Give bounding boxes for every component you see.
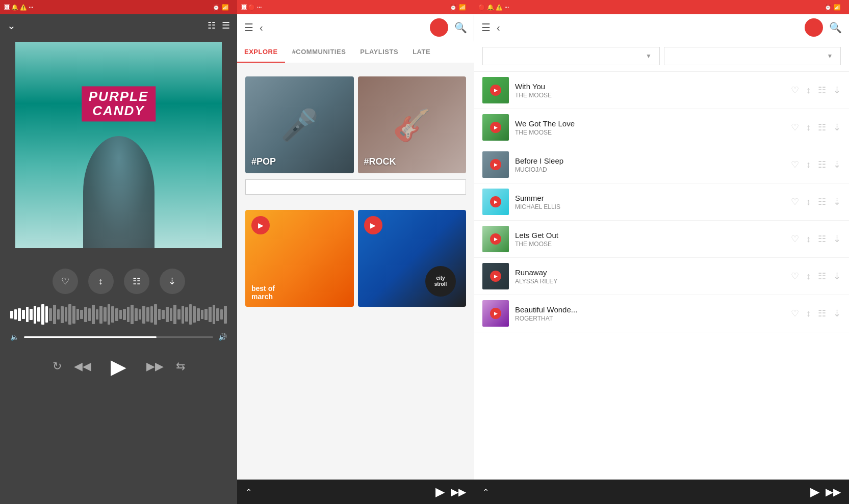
mini-play-button-p2[interactable]: ▶ xyxy=(435,485,445,499)
download-icon-7[interactable]: ⇣ xyxy=(833,308,841,319)
track-row[interactable]: ▶ Lets Get Out THE MOOSE ♡ ↕ ☷ ⇣ xyxy=(474,221,849,258)
shuffle-icon[interactable]: ⇆ xyxy=(176,360,185,373)
community-card-pop[interactable]: 🎤 #POP xyxy=(245,76,354,173)
mini-play-button-p3[interactable]: ▶ xyxy=(810,485,819,499)
download-icon-6[interactable]: ⇣ xyxy=(833,271,841,282)
queue-icon-7[interactable]: ☷ xyxy=(818,308,826,319)
queue-icon-5[interactable]: ☷ xyxy=(818,233,826,245)
like-icon-3[interactable]: ♡ xyxy=(791,159,799,170)
track-title-3: Before I Sleep xyxy=(515,156,785,165)
download-icon-4[interactable]: ⇣ xyxy=(833,196,841,207)
volume-fill xyxy=(24,336,157,338)
share-icon-4[interactable]: ↕ xyxy=(806,197,811,207)
next-button[interactable]: ▶▶ xyxy=(146,360,164,373)
avatar-p3[interactable] xyxy=(805,18,823,37)
chevron-down-icon[interactable]: ⌄ xyxy=(7,19,16,32)
status-right-panel3: ⏰ 📶 xyxy=(825,4,845,11)
menu-icon[interactable]: ☰ xyxy=(222,20,230,31)
track-row[interactable]: ▶ We Got The Love THE MOOSE ♡ ↕ ☷ ⇣ xyxy=(474,109,849,146)
search-icon-p3[interactable]: 🔍 xyxy=(829,21,842,34)
like-button[interactable]: ♡ xyxy=(53,269,78,294)
track-artist-6: ALYSSA RILEY xyxy=(515,278,785,285)
filter-best-of[interactable]: ▼ xyxy=(482,47,660,65)
download-icon-2[interactable]: ⇣ xyxy=(833,122,841,133)
playlist-label-1: best ofmarch xyxy=(251,284,275,301)
playlist-button[interactable]: ☷ xyxy=(124,269,149,294)
mini-next-button-p3[interactable]: ▶▶ xyxy=(826,486,841,498)
filter-all-genres[interactable]: ▼ xyxy=(664,47,841,65)
share-icon-2[interactable]: ↕ xyxy=(806,122,811,133)
track-actions-7: ♡ ↕ ☷ ⇣ xyxy=(791,308,841,319)
track-meta-1: With You THE MOOSE xyxy=(515,82,785,99)
queue-icon-3[interactable]: ☷ xyxy=(818,159,826,170)
download-icon-5[interactable]: ⇣ xyxy=(833,233,841,245)
queue-icon-1[interactable]: ☷ xyxy=(818,85,826,96)
tab-communities[interactable]: #COMMUNITIES xyxy=(285,41,353,63)
album-title-line1: PURPLE xyxy=(89,89,148,104)
like-icon-7[interactable]: ♡ xyxy=(791,308,799,319)
queue-icon-2[interactable]: ☷ xyxy=(818,122,826,133)
playlist-card-1[interactable]: ▶ best ofmarch xyxy=(245,210,354,307)
share-icon-1[interactable]: ↕ xyxy=(806,85,811,96)
track-artist-3: MUCIOJAD xyxy=(515,166,785,173)
playlist-play-icon-1[interactable]: ▶ xyxy=(251,216,270,234)
like-icon-1[interactable]: ♡ xyxy=(791,85,799,96)
tab-late[interactable]: LATE xyxy=(405,41,438,63)
explore-panel: 🖼 🔴 ··· ⏰ 📶 ☰ ‹ 🔍 EXPLORE #COMMUNITIES P… xyxy=(237,0,474,504)
track-list: ▶ With You THE MOOSE ♡ ↕ ☷ ⇣ ▶ We G xyxy=(474,72,849,480)
track-title-7: Beautiful Wonde... xyxy=(515,305,785,314)
repeat-icon[interactable]: ↻ xyxy=(53,360,62,373)
player-header-icons: ☷ ☰ xyxy=(208,20,230,31)
community-card-rock[interactable]: 🎸 #ROCK xyxy=(358,76,467,173)
tab-explore[interactable]: EXPLORE xyxy=(237,41,285,63)
share-icon-3[interactable]: ↕ xyxy=(806,160,811,170)
hamburger-icon-p3[interactable]: ☰ xyxy=(481,21,491,34)
thumb-bg-7: ▶ xyxy=(482,300,509,327)
prev-button[interactable]: ◀◀ xyxy=(74,360,91,373)
mini-chevron-up-icon[interactable]: ⌃ xyxy=(245,487,252,497)
status-bar-panel3: 🔴 🔔 ⚠️ ··· ⏰ 📶 xyxy=(474,0,849,14)
hamburger-icon[interactable]: ☰ xyxy=(244,21,253,34)
queue-icon-4[interactable]: ☷ xyxy=(818,196,826,207)
download-icon-1[interactable]: ⇣ xyxy=(833,85,841,96)
mini-chevron-up-icon-p3[interactable]: ⌃ xyxy=(482,487,489,497)
explore-header: ☰ ‹ 🔍 xyxy=(237,14,474,41)
mini-next-button-p2[interactable]: ▶▶ xyxy=(451,486,466,498)
avatar[interactable] xyxy=(430,18,448,37)
track-row[interactable]: ▶ Beautiful Wonde... ROGERTHAT ♡ ↕ ☷ ⇣ xyxy=(474,295,849,332)
action-buttons: ♡ ↕ ☷ ⇣ xyxy=(0,262,237,300)
alarm-icon: ⏰ xyxy=(213,4,220,11)
search-icon-p2[interactable]: 🔍 xyxy=(454,21,467,34)
volume-slider[interactable] xyxy=(24,336,213,338)
back-icon-p3[interactable]: ‹ xyxy=(497,22,500,34)
queue-icon[interactable]: ☷ xyxy=(208,20,216,31)
download-icon-3[interactable]: ⇣ xyxy=(833,159,841,170)
back-icon[interactable]: ‹ xyxy=(260,22,263,34)
track-row[interactable]: ▶ Before I Sleep MUCIOJAD ♡ ↕ ☷ ⇣ xyxy=(474,146,849,183)
like-icon-4[interactable]: ♡ xyxy=(791,196,799,207)
playlist-card-2[interactable]: ▶ citystroll xyxy=(358,210,467,307)
tab-playlists[interactable]: PLAYLISTS xyxy=(353,41,405,63)
track-row[interactable]: ▶ Summer MICHAEL ELLIS ♡ ↕ ☷ ⇣ xyxy=(474,183,849,221)
track-artist-2: THE MOOSE xyxy=(515,129,785,136)
playlist-play-icon-2[interactable]: ▶ xyxy=(364,216,382,234)
track-row[interactable]: ▶ Runaway ALYSSA RILEY ♡ ↕ ☷ ⇣ xyxy=(474,258,849,295)
thumb-bg-5: ▶ xyxy=(482,226,509,252)
track-row[interactable]: ▶ With You THE MOOSE ♡ ↕ ☷ ⇣ xyxy=(474,72,849,109)
queue-icon-6[interactable]: ☷ xyxy=(818,271,826,282)
share-icon-6[interactable]: ↕ xyxy=(806,271,811,282)
more-communities-button[interactable] xyxy=(245,179,466,195)
share-icon-5[interactable]: ↕ xyxy=(806,234,811,245)
volume-low-icon: 🔈 xyxy=(10,333,19,341)
track-artist-4: MICHAEL ELLIS xyxy=(515,203,785,210)
play-pause-button[interactable]: ▶ xyxy=(104,351,134,382)
track-thumb-5: ▶ xyxy=(482,226,509,252)
community-grid: 🎤 #POP 🎸 #ROCK xyxy=(245,76,466,173)
share-button[interactable]: ↕ xyxy=(88,269,114,294)
like-icon-6[interactable]: ♡ xyxy=(791,271,799,282)
album-title-line2: CANDY xyxy=(89,104,148,119)
like-icon-2[interactable]: ♡ xyxy=(791,122,799,133)
download-button[interactable]: ⇣ xyxy=(160,269,185,294)
share-icon-7[interactable]: ↕ xyxy=(806,308,811,319)
like-icon-5[interactable]: ♡ xyxy=(791,233,799,245)
